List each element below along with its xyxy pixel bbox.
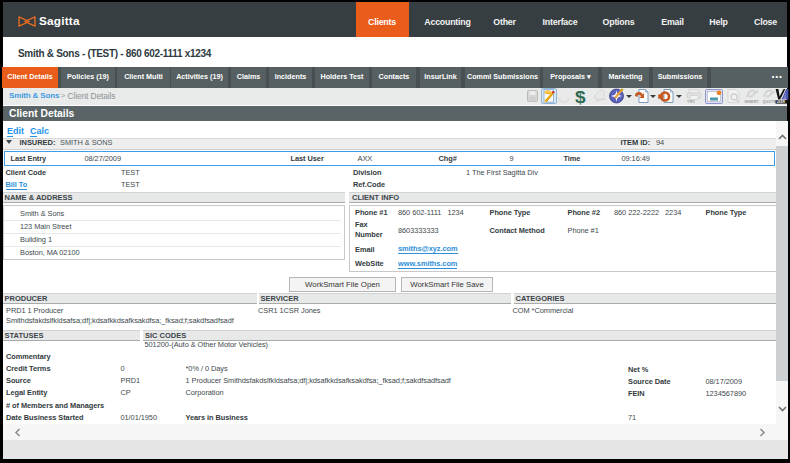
svg-text:USER: USER [776, 100, 785, 104]
